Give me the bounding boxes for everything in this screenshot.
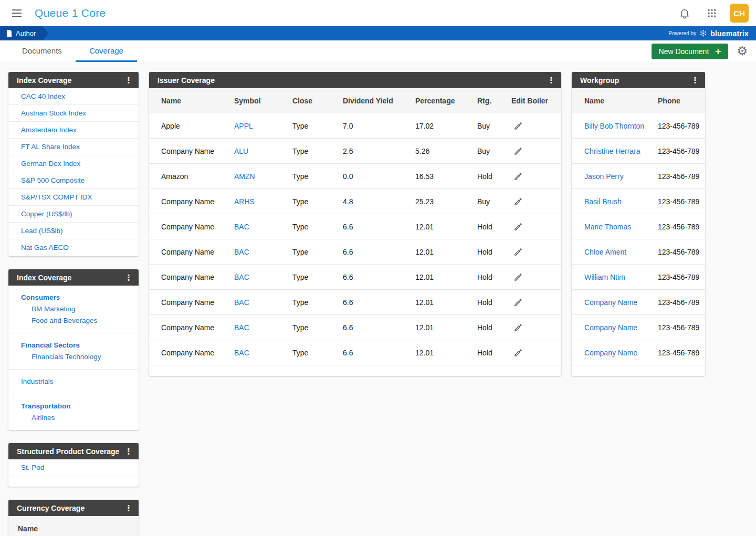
powered-by-bluematrix: Powered by bluematrix [668, 29, 756, 38]
issuer-symbol-link[interactable]: AMZN [234, 172, 292, 181]
index-link[interactable]: S&P 500 Composite [8, 172, 139, 189]
edit-pencil-icon[interactable] [511, 121, 556, 131]
sector-heading-link[interactable]: Consumers [8, 292, 139, 303]
issuer-symbol-link[interactable]: BAC [234, 349, 292, 357]
settings-gear-icon[interactable]: ⚙ [737, 45, 748, 57]
workgroup-member-link[interactable]: Christine Herrara [584, 147, 658, 155]
edit-pencil-icon[interactable] [511, 272, 556, 282]
issuer-name: Amazon [161, 172, 234, 181]
edit-pencil-icon[interactable] [511, 298, 556, 307]
issuer-table-header: Name Symbol Close Dividend Yield Percent… [149, 88, 561, 113]
issuer-symbol-link[interactable]: ALU [234, 147, 292, 155]
issuer-symbol-link[interactable]: BAC [234, 273, 292, 281]
author-tab[interactable]: Author [0, 26, 48, 40]
edit-pencil-icon[interactable] [511, 348, 556, 358]
kebab-menu-icon[interactable]: ⋮ [688, 73, 702, 87]
workgroup-member-link[interactable]: Jason Perry [584, 172, 658, 181]
notifications-bell-icon[interactable] [675, 4, 694, 23]
workgroup-member-link[interactable]: Company Name [584, 323, 658, 332]
sector-heading-link[interactable]: Transportation [8, 401, 139, 412]
table-row: Marie Thomas 123-456-789 [572, 214, 705, 239]
sector-child-link[interactable]: Airlines [8, 412, 139, 424]
issuer-close: Type [292, 273, 343, 281]
issuer-rating: Hold [477, 349, 511, 357]
apps-grid-icon[interactable] [702, 4, 721, 23]
kebab-menu-icon[interactable]: ⋮ [122, 73, 135, 87]
structured-product-link[interactable]: St. Pod [8, 459, 139, 476]
table-row: Basil Brush 123-456-789 [572, 189, 705, 214]
plus-icon: + [715, 46, 721, 56]
kebab-menu-icon[interactable]: ⋮ [122, 445, 135, 458]
menu-icon[interactable] [7, 4, 26, 23]
index-link[interactable]: S&P/TSX COMPT IDX [8, 189, 139, 206]
table-row: Company Name BAC Type 6.6 12.01 Hold [149, 239, 561, 265]
tab-documents[interactable]: Documents [8, 40, 76, 62]
issuer-name: Company Name [161, 323, 234, 332]
issuer-symbol-link[interactable]: BAC [234, 298, 292, 307]
column-header: Name [18, 524, 130, 533]
edit-pencil-icon[interactable] [511, 222, 556, 232]
workgroup-member-link[interactable]: Chloe Ament [584, 248, 658, 256]
index-link[interactable]: Lead (US$lb) [8, 223, 139, 239]
edit-pencil-icon[interactable] [511, 172, 556, 181]
index-link[interactable]: Copper (US$/lb) [8, 206, 139, 223]
issuer-symbol-link[interactable]: BAC [234, 323, 292, 332]
index-link[interactable]: FT AL Share Index [8, 139, 139, 155]
tab-coverage[interactable]: Coverage [76, 40, 137, 62]
index-link[interactable]: CAC 40 Index [8, 88, 139, 105]
document-icon [6, 30, 12, 37]
sector-child-link[interactable]: BM Marketing [8, 303, 139, 315]
issuer-symbol-link[interactable]: ARHS [234, 197, 292, 206]
workgroup-member-link[interactable]: Billy Bob Thornton [584, 122, 658, 130]
workgroup-member-link[interactable]: Marie Thomas [584, 223, 658, 231]
issuer-symbol-link[interactable]: APPL [234, 122, 292, 130]
card-header: Currency Coverage ⋮ [8, 500, 139, 516]
workgroup-member-link[interactable]: William Ntim [584, 273, 658, 281]
kebab-menu-icon[interactable]: ⋮ [122, 501, 135, 515]
sector-heading-link[interactable]: Financial Sectors [8, 340, 139, 351]
workgroup-phone: 123-456-789 [658, 197, 700, 206]
sector-child-link[interactable]: Food and Beverages [8, 315, 139, 327]
issuer-symbol-link[interactable]: BAC [234, 248, 292, 256]
issuer-dividend-yield: 0.0 [343, 172, 415, 181]
issuer-dividend-yield: 6.6 [343, 273, 415, 281]
workgroup-member-link[interactable]: Company Name [584, 349, 658, 357]
workgroup-phone: 123-456-789 [658, 147, 700, 155]
issuer-rating: Hold [477, 223, 511, 231]
issuer-dividend-yield: 4.8 [343, 197, 415, 206]
new-document-button[interactable]: New Document + [652, 44, 729, 59]
edit-pencil-icon[interactable] [511, 323, 556, 332]
card-title: Issuer Coverage [158, 76, 215, 85]
edit-pencil-icon[interactable] [511, 146, 556, 156]
edit-pencil-icon[interactable] [511, 247, 556, 257]
user-avatar[interactable]: CH [730, 4, 749, 23]
index-link[interactable]: Nat Gas AECO [8, 239, 139, 256]
table-row: Company Name 123-456-789 [572, 315, 705, 340]
index-link[interactable]: Austrian Stock Index [8, 105, 139, 122]
issuer-name: Company Name [161, 223, 234, 231]
structured-product-list: St. Pod [8, 459, 139, 487]
new-document-label: New Document [659, 47, 709, 56]
issuer-name: Apple [161, 122, 234, 130]
card-title: Workgroup [580, 76, 619, 85]
sector-child-link[interactable]: Financials Technology [8, 351, 139, 363]
index-link[interactable]: German Dex Index [8, 155, 139, 172]
column-header: Symbol [234, 97, 292, 105]
kebab-menu-icon[interactable]: ⋮ [122, 271, 135, 285]
issuer-close: Type [292, 172, 343, 181]
issuer-rating: Hold [477, 298, 511, 307]
issuer-dividend-yield: 2.6 [343, 147, 415, 155]
index-link[interactable]: Amsterdam Index [8, 122, 139, 139]
workgroup-member-link[interactable]: Basil Brush [584, 197, 658, 206]
column-header: Name [584, 97, 658, 105]
workgroup-member-link[interactable]: Company Name [584, 298, 658, 307]
table-row: Christine Herrara 123-456-789 [572, 139, 705, 164]
app-logo[interactable]: Queue 1 Core [35, 7, 106, 19]
issuer-symbol-link[interactable]: BAC [234, 223, 292, 231]
edit-pencil-icon[interactable] [511, 197, 556, 206]
workgroup-phone: 123-456-789 [658, 122, 700, 130]
right-column: Workgroup ⋮ Name Phone Billy Bob Thornto… [572, 72, 705, 376]
kebab-menu-icon[interactable]: ⋮ [544, 73, 558, 87]
sector-group: Transportation Airlines [8, 394, 139, 430]
sector-heading-link[interactable]: Industrials [8, 376, 139, 387]
